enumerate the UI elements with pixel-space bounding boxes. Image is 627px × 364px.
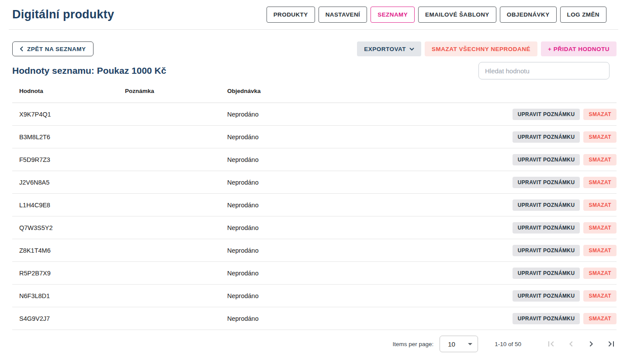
nav-tab-emailove-sablony[interactable]: EMAILOVÉ ŠABLONY (418, 7, 496, 23)
order-status-cell: Neprodáno (227, 202, 507, 209)
order-status-cell: Neprodáno (227, 315, 507, 322)
nav-tab-produkty[interactable]: PRODUKTY (267, 7, 315, 23)
delete-button[interactable]: SMAZAT (583, 154, 617, 165)
back-button-label: ZPĚT NA SEZNAMY (27, 46, 86, 52)
row-actions: UPRAVIT POZNÁMKU SMAZAT (507, 154, 617, 165)
row-actions: UPRAVIT POZNÁMKU SMAZAT (507, 109, 617, 120)
delete-button[interactable]: SMAZAT (583, 109, 617, 120)
first-page-button[interactable] (546, 339, 556, 349)
page-title: Hodnoty seznamu: Poukaz 1000 Kč (12, 65, 166, 76)
table-row: N6F3L8D1 Neprodáno UPRAVIT POZNÁMKU SMAZ… (12, 285, 617, 307)
value-cell: F5D9R7Z3 (19, 156, 125, 163)
items-per-page-value: 10 (448, 340, 455, 348)
order-status-cell: Neprodáno (227, 247, 507, 254)
order-status-cell: Neprodáno (227, 134, 507, 141)
header-divider (9, 29, 618, 30)
edit-note-button[interactable]: UPRAVIT POZNÁMKU (513, 268, 580, 279)
edit-note-button[interactable]: UPRAVIT POZNÁMKU (513, 290, 580, 302)
table-row: Z8K1T4M6 Neprodáno UPRAVIT POZNÁMKU SMAZ… (12, 239, 617, 262)
export-button-label: EXPORTOVAT (364, 46, 406, 52)
value-cell: L1H4C9E8 (19, 202, 125, 209)
order-status-cell: Neprodáno (227, 179, 507, 186)
order-status-cell: Neprodáno (227, 111, 507, 118)
delete-button[interactable]: SMAZAT (583, 222, 617, 234)
order-status-cell: Neprodáno (227, 270, 507, 277)
items-per-page-select[interactable]: 10 (440, 336, 478, 352)
nav-tab-log-zmen[interactable]: LOG ZMĚN (560, 7, 606, 23)
values-table: Hodnota Poznámka Objednávka X9K7P4Q1 Nep… (12, 79, 617, 330)
chevron-left-icon (566, 339, 576, 349)
app-title: Digitální produkty (12, 8, 114, 21)
delete-button[interactable]: SMAZAT (583, 245, 617, 256)
delete-all-unsold-button[interactable]: SMAZAT VŠECHNY NEPRODANÉ (425, 41, 537, 56)
edit-note-button[interactable]: UPRAVIT POZNÁMKU (513, 313, 580, 324)
search-input[interactable] (478, 62, 610, 79)
value-cell: B3M8L2T6 (19, 134, 125, 141)
row-actions: UPRAVIT POZNÁMKU SMAZAT (507, 177, 617, 188)
caret-down-icon (468, 343, 472, 345)
table-row: Q7W3S5Y2 Neprodáno UPRAVIT POZNÁMKU SMAZ… (12, 216, 617, 239)
paginator: Items per page: 10 1-10 of 50 (12, 330, 617, 352)
chevron-right-icon (586, 339, 596, 349)
row-actions: UPRAVIT POZNÁMKU SMAZAT (507, 268, 617, 279)
order-status-cell: Neprodáno (227, 292, 507, 299)
value-cell: Z8K1T4M6 (19, 247, 125, 254)
row-actions: UPRAVIT POZNÁMKU SMAZAT (507, 222, 617, 234)
value-cell: N6F3L8D1 (19, 292, 125, 299)
edit-note-button[interactable]: UPRAVIT POZNÁMKU (513, 131, 580, 143)
table-row: J2V6N8A5 Neprodáno UPRAVIT POZNÁMKU SMAZ… (12, 171, 617, 194)
table-body: X9K7P4Q1 Neprodáno UPRAVIT POZNÁMKU SMAZ… (12, 103, 617, 330)
order-status-cell: Neprodáno (227, 156, 507, 163)
edit-note-button[interactable]: UPRAVIT POZNÁMKU (513, 154, 580, 165)
last-page-icon (606, 339, 617, 349)
chevron-left-icon (20, 46, 24, 52)
edit-note-button[interactable]: UPRAVIT POZNÁMKU (513, 245, 580, 256)
value-cell: S4G9V2J7 (19, 315, 125, 322)
nav-tab-objednavky[interactable]: OBJEDNÁVKY (500, 7, 557, 23)
column-header-note: Poznámka (125, 88, 227, 94)
chevron-down-icon (409, 48, 414, 51)
nav: PRODUKTYNASTAVENÍSEZNAMYEMAILOVÉ ŠABLONY… (267, 7, 606, 23)
order-status-cell: Neprodáno (227, 224, 507, 231)
delete-button[interactable]: SMAZAT (583, 199, 617, 211)
row-actions: UPRAVIT POZNÁMKU SMAZAT (507, 313, 617, 324)
prev-page-button[interactable] (566, 339, 576, 349)
table-row: B3M8L2T6 Neprodáno UPRAVIT POZNÁMKU SMAZ… (12, 126, 617, 148)
app-header: Digitální produkty PRODUKTYNASTAVENÍSEZN… (0, 0, 627, 29)
edit-note-button[interactable]: UPRAVIT POZNÁMKU (513, 177, 580, 188)
heading-row: Hodnoty seznamu: Poukaz 1000 Kč (12, 62, 617, 79)
range-label: 1-10 of 50 (495, 341, 521, 347)
delete-button[interactable]: SMAZAT (583, 177, 617, 188)
table-row: S4G9V2J7 Neprodáno UPRAVIT POZNÁMKU SMAZ… (12, 307, 617, 330)
column-header-order: Objednávka (227, 88, 507, 94)
toolbar: ZPĚT NA SEZNAMY EXPORTOVAT SMAZAT VŠECHN… (12, 41, 617, 56)
delete-button[interactable]: SMAZAT (583, 131, 617, 143)
add-value-button[interactable]: + PŘIDAT HODNOTU (541, 41, 617, 56)
next-page-button[interactable] (586, 339, 596, 349)
edit-note-button[interactable]: UPRAVIT POZNÁMKU (513, 109, 580, 120)
toolbar-right: EXPORTOVAT SMAZAT VŠECHNY NEPRODANÉ + PŘ… (357, 41, 617, 56)
last-page-button[interactable] (606, 339, 617, 349)
row-actions: UPRAVIT POZNÁMKU SMAZAT (507, 199, 617, 211)
main: ZPĚT NA SEZNAMY EXPORTOVAT SMAZAT VŠECHN… (0, 41, 627, 352)
back-to-lists-button[interactable]: ZPĚT NA SEZNAMY (12, 41, 94, 56)
table-header: Hodnota Poznámka Objednávka (12, 79, 617, 103)
edit-note-button[interactable]: UPRAVIT POZNÁMKU (513, 222, 580, 234)
value-cell: R5P2B7X9 (19, 270, 125, 277)
first-page-icon (546, 339, 556, 349)
column-header-value: Hodnota (19, 88, 125, 94)
row-actions: UPRAVIT POZNÁMKU SMAZAT (507, 245, 617, 256)
nav-tab-seznamy[interactable]: SEZNAMY (371, 7, 415, 23)
edit-note-button[interactable]: UPRAVIT POZNÁMKU (513, 199, 580, 211)
value-cell: J2V6N8A5 (19, 179, 125, 186)
items-per-page-label: Items per page: (392, 341, 433, 347)
export-button[interactable]: EXPORTOVAT (357, 41, 421, 56)
value-cell: X9K7P4Q1 (19, 111, 125, 118)
delete-button[interactable]: SMAZAT (583, 313, 617, 324)
table-row: R5P2B7X9 Neprodáno UPRAVIT POZNÁMKU SMAZ… (12, 262, 617, 285)
delete-button[interactable]: SMAZAT (583, 290, 617, 302)
nav-tab-nastaveni[interactable]: NASTAVENÍ (319, 7, 367, 23)
row-actions: UPRAVIT POZNÁMKU SMAZAT (507, 131, 617, 143)
table-row: X9K7P4Q1 Neprodáno UPRAVIT POZNÁMKU SMAZ… (12, 103, 617, 126)
delete-button[interactable]: SMAZAT (583, 268, 617, 279)
